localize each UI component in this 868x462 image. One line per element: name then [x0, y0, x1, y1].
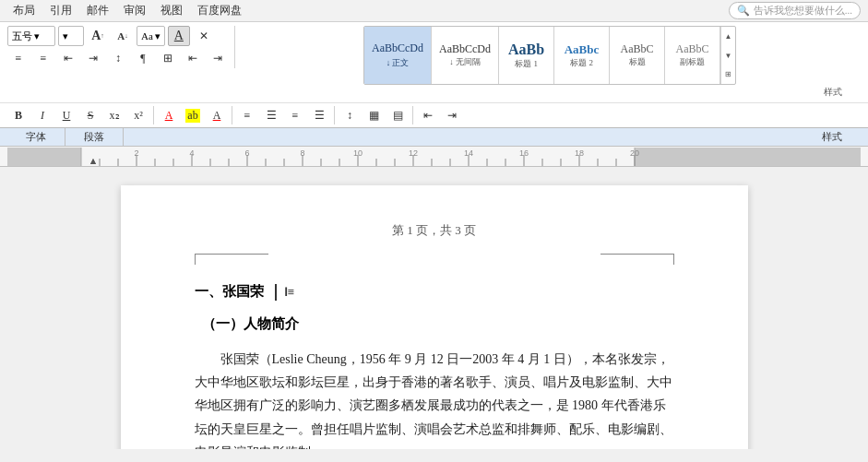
border-btn[interactable]: ▦ [363, 105, 385, 125]
list-bullets-btn[interactable]: ≡ [7, 48, 30, 68]
section-expand-icon: ⊞ [163, 52, 172, 65]
superscript-icon: x² [134, 109, 143, 123]
menu-shenyue[interactable]: 审阅 [118, 1, 151, 20]
strikethrough-btn[interactable]: S [79, 105, 101, 125]
text-cursor [275, 284, 277, 301]
menu-youjian[interactable]: 邮件 [81, 1, 114, 20]
search-placeholder: 告诉我您想要做什么... [754, 4, 852, 18]
style-biaoti1[interactable]: AaBb 标题 1 [499, 27, 554, 84]
svg-text:18: 18 [575, 148, 584, 158]
subscript-btn[interactable]: x₂ [103, 105, 125, 125]
font-color-btn[interactable]: A [158, 105, 180, 125]
style-biaoti[interactable]: AaBbC 标题 [610, 27, 665, 84]
sep2 [232, 106, 232, 124]
ribbon-content: 五号 ▾ ▾ A↑ A↓ Aa ▾ A ✕ [0, 22, 868, 102]
style-fubiaoti[interactable]: AaBbC 副标题 [665, 27, 720, 84]
style-wujiangerge-preview: AaBbCcDd [439, 42, 491, 56]
svg-text:2: 2 [134, 148, 138, 158]
toolbar-row2: B I U S x₂ x² A ab A ≡ ☰ ≡ ☰ ↕ ▦ ▤ ⇤ ⇥ [0, 102, 868, 127]
search-box[interactable]: 🔍 告诉我您想要做什么... [729, 2, 861, 19]
page-header-decoration [195, 254, 674, 265]
justify-btn[interactable]: ☰ [308, 105, 330, 125]
highlight-btn[interactable]: ab [182, 105, 204, 125]
strikethrough-icon: S [88, 109, 94, 123]
header-left-bracket [195, 254, 268, 265]
font-aa-chevron: ▾ [155, 30, 161, 42]
font-aa-dropdown[interactable]: Aa ▾ [137, 26, 165, 46]
font-name-chevron: ▾ [34, 30, 40, 42]
document-area: 第 1 页，共 3 页 一、张国荣 Ⅰ≡ （一）人物简介 张国荣（Leslie … [0, 167, 868, 449]
clear-format-btn[interactable]: ✕ [193, 26, 215, 46]
style-biaoti-preview: AaBbC [621, 42, 654, 56]
sep1 [153, 106, 154, 124]
shading-btn[interactable]: ▤ [386, 105, 409, 125]
menu-bar: 布局 引用 邮件 审阅 视图 百度网盘 🔍 告诉我您想要做什么... [0, 0, 868, 22]
font-name-label: 五号 [12, 30, 32, 43]
style-wujiangerge[interactable]: AaBbCcDd ↓ 无间隔 [432, 27, 499, 84]
style-biaoti2[interactable]: AaBbc 标题 2 [554, 27, 610, 84]
ruler: 2 4 6 8 10 12 14 16 18 [0, 147, 868, 167]
font-color2-btn[interactable]: A [206, 105, 228, 125]
align-center-btn[interactable]: ☰ [260, 105, 282, 125]
svg-text:16: 16 [519, 148, 529, 158]
font-grow-btn[interactable]: A↑ [87, 26, 109, 46]
svg-text:8: 8 [300, 148, 304, 158]
indent-left3-btn[interactable]: ⇤ [417, 105, 439, 125]
section-ziti: 字体 [7, 128, 65, 146]
font-color-icon: A [165, 109, 173, 123]
align-right-icon: ≡ [292, 109, 299, 123]
font-shrink-btn[interactable]: A↓ [112, 26, 134, 46]
indent-left2-btn[interactable]: ⇤ [182, 48, 204, 68]
clear-format-icon: ✕ [199, 30, 208, 43]
header-right-bracket [600, 254, 674, 265]
line-spacing-btn[interactable]: ↕ [339, 105, 361, 125]
underline-icon: U [63, 109, 71, 123]
style-biaoti1-preview: AaBb [508, 41, 544, 58]
style-gallery-scroll: ▲ ▼ ⊞ [720, 27, 735, 84]
indent-right3-icon: ⇥ [447, 109, 457, 123]
sep3 [334, 106, 335, 124]
section-yangshi: 样式 [803, 128, 861, 146]
menu-shitu[interactable]: 视图 [155, 1, 188, 20]
indent-left-icon: ⇤ [188, 52, 197, 65]
style-scroll-expand[interactable]: ⊞ [721, 65, 735, 84]
menu-buju[interactable]: 布局 [7, 1, 41, 20]
border-icon: ▦ [369, 109, 379, 123]
align-left-icon: ≡ [244, 109, 251, 123]
font-name-dropdown[interactable]: 五号 ▾ [7, 26, 55, 46]
style-scroll-down[interactable]: ▼ [721, 46, 735, 65]
italic-btn[interactable]: I [31, 105, 54, 125]
svg-text:6: 6 [244, 148, 249, 158]
style-zhengwen-preview: AaBbCcDd [372, 41, 423, 55]
style-zhengwen[interactable]: AaBbCcDd ↓ 正文 [364, 27, 432, 84]
show-marks-btn[interactable]: ¶ [132, 48, 154, 68]
section-duanluo: 段落 [65, 128, 124, 146]
section-expand-btn[interactable]: ⊞ [157, 48, 179, 68]
align-left-btn[interactable]: ≡ [236, 105, 258, 125]
sort-icon: ↕ [115, 52, 121, 65]
style-fubiaoti-preview: AaBbC [676, 42, 709, 56]
menu-yinyong[interactable]: 引用 [44, 1, 77, 20]
svg-text:20: 20 [630, 148, 639, 158]
shading-icon: ▤ [393, 109, 403, 123]
style-scroll-up[interactable]: ▲ [721, 27, 735, 46]
justify-icon: ☰ [315, 109, 325, 123]
subscript-icon: x₂ [110, 109, 120, 123]
svg-rect-2 [635, 148, 861, 166]
indent-right3-btn[interactable]: ⇥ [441, 105, 463, 125]
indent-increase-btn[interactable]: ⇥ [82, 48, 104, 68]
align-right-btn[interactable]: ≡ [284, 105, 306, 125]
superscript-btn[interactable]: x² [127, 105, 149, 125]
style-section-label: 样式 [824, 86, 842, 99]
list-bullets-icon: ≡ [16, 52, 22, 65]
font-A-btn[interactable]: A [168, 26, 190, 46]
menu-baiduyunpan[interactable]: 百度网盘 [192, 1, 247, 20]
indent-right2-btn[interactable]: ⇥ [207, 48, 229, 68]
list-numbers-btn[interactable]: ≡ [32, 48, 54, 68]
indent-right-icon: ⇥ [213, 52, 222, 65]
font-size-dropdown[interactable]: ▾ [58, 26, 84, 46]
sort-btn[interactable]: ↕ [107, 48, 129, 68]
bold-btn[interactable]: B [7, 105, 30, 125]
indent-decrease-btn[interactable]: ⇤ [57, 48, 79, 68]
underline-btn[interactable]: U [55, 105, 77, 125]
